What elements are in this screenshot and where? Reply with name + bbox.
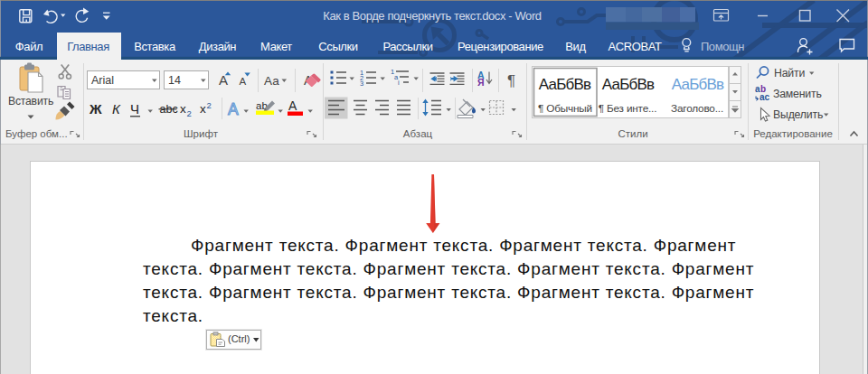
svg-text:¶: ¶	[507, 72, 515, 89]
svg-text:Помощн: Помощн	[701, 40, 744, 53]
svg-text:Редактирование: Редактирование	[753, 128, 833, 139]
svg-text:x: x	[180, 102, 186, 116]
svg-text:3: 3	[360, 79, 363, 88]
svg-text:А: А	[228, 100, 239, 118]
svg-text:Вставка: Вставка	[134, 40, 176, 53]
svg-text:Заголово...: Заголово...	[671, 102, 723, 115]
svg-text:А: А	[288, 98, 297, 113]
svg-text:Шрифт: Шрифт	[184, 128, 219, 139]
svg-text:Макет: Макет	[260, 40, 292, 53]
svg-text:2: 2	[187, 108, 192, 118]
svg-text:Заменить: Заменить	[773, 88, 822, 100]
svg-text:Вставить: Вставить	[8, 95, 53, 108]
svg-text:x: x	[200, 102, 206, 116]
svg-text:Arial: Arial	[91, 74, 114, 87]
svg-text:Я: Я	[477, 77, 485, 88]
svg-text:ac: ac	[760, 92, 770, 102]
svg-text:¶ Без инте...: ¶ Без инте...	[599, 102, 657, 115]
svg-text:Ч: Ч	[130, 101, 139, 117]
svg-text:К: К	[112, 101, 121, 117]
svg-text:Рассылки: Рассылки	[382, 40, 432, 53]
svg-text:Буфер обм...: Буфер обм...	[5, 128, 68, 139]
svg-text:АаБбВв: АаБбВв	[602, 76, 655, 93]
svg-text:Ссылки: Ссылки	[318, 40, 358, 53]
svg-text:Аа: Аа	[264, 74, 279, 88]
svg-text:Найти: Найти	[774, 67, 805, 79]
svg-text:АаБбВв: АаБбВв	[672, 76, 724, 93]
svg-text:Рецензирование: Рецензирование	[458, 40, 543, 53]
svg-text:А: А	[240, 76, 247, 87]
svg-text:Выделить: Выделить	[773, 108, 823, 121]
svg-text:14: 14	[168, 74, 181, 87]
svg-text:¶ Обычный: ¶ Обычный	[538, 102, 592, 115]
svg-text:Ж: Ж	[89, 101, 102, 117]
svg-text:Главная: Главная	[67, 40, 109, 53]
svg-text:Вид: Вид	[565, 40, 586, 53]
svg-text:Как в Ворде подчеркнуть текст.: Как в Ворде подчеркнуть текст.docx - Wor…	[323, 9, 541, 23]
svg-text:Файл: Файл	[15, 40, 42, 53]
svg-text:АаБбВв: АаБбВв	[539, 76, 591, 93]
svg-text:Дизайн: Дизайн	[199, 40, 237, 53]
svg-text:Стили: Стили	[618, 128, 647, 139]
svg-text:ACROBAT: ACROBAT	[608, 40, 662, 53]
svg-text:2: 2	[207, 100, 212, 110]
svg-text:Абзац: Абзац	[403, 128, 433, 139]
